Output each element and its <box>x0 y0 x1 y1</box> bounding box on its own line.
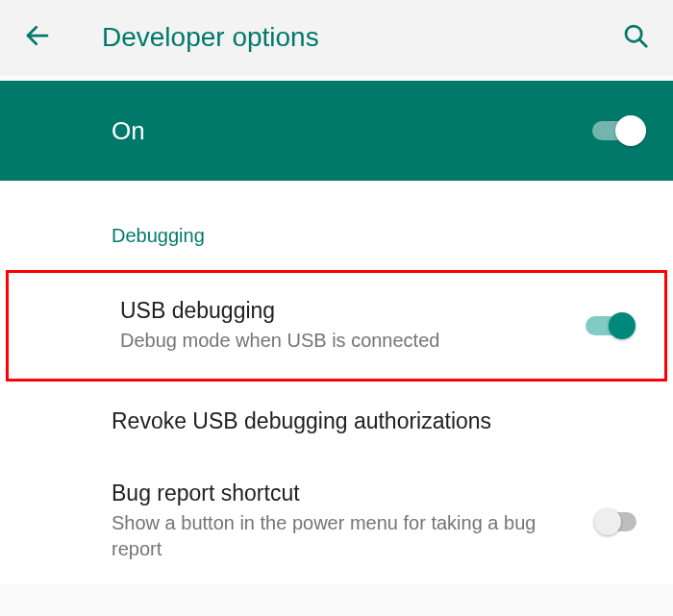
setting-subtitle: Debug mode when USB is connected <box>120 328 570 354</box>
setting-title: Bug report shortcut <box>112 480 579 506</box>
setting-title: Revoke USB debugging authorizations <box>112 408 629 434</box>
back-arrow-icon[interactable] <box>23 21 52 54</box>
bug-report-switch[interactable] <box>594 506 644 537</box>
setting-subtitle: Show a button in the power menu for taki… <box>112 510 579 562</box>
app-header: Developer options <box>0 0 673 75</box>
master-toggle-label: On <box>112 116 592 146</box>
setting-usb-debugging[interactable]: USB debugging Debug mode when USB is con… <box>9 273 664 379</box>
highlight-annotation: USB debugging Debug mode when USB is con… <box>6 270 667 382</box>
settings-list: Debugging USB debugging Debug mode when … <box>0 181 673 583</box>
setting-bug-report[interactable]: Bug report shortcut Show a button in the… <box>0 459 673 583</box>
setting-texts: Bug report shortcut Show a button in the… <box>112 480 594 562</box>
search-icon[interactable] <box>621 21 650 54</box>
setting-revoke-auth[interactable]: Revoke USB debugging authorizations <box>0 387 673 459</box>
page-title: Developer options <box>102 22 621 53</box>
section-header-debugging: Debugging <box>0 198 673 264</box>
setting-texts: Revoke USB debugging authorizations <box>112 408 644 438</box>
setting-texts: USB debugging Debug mode when USB is con… <box>120 298 586 354</box>
svg-line-2 <box>639 39 646 46</box>
master-toggle-switch[interactable] <box>592 115 644 146</box>
usb-debugging-switch[interactable] <box>586 310 636 341</box>
setting-title: USB debugging <box>120 298 570 324</box>
master-toggle-row[interactable]: On <box>0 81 673 181</box>
